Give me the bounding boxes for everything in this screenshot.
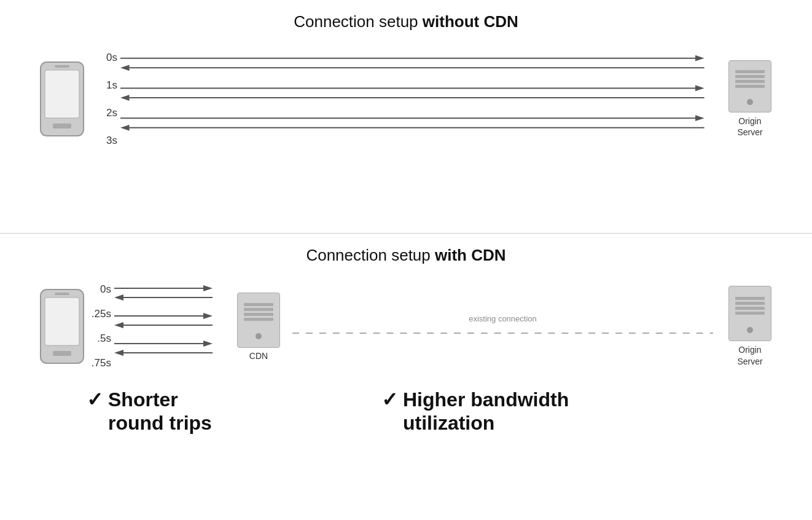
origin-server-bottom-dot <box>747 327 753 333</box>
cdn-server-box <box>237 293 280 348</box>
phone-icon <box>37 59 87 139</box>
server-line <box>735 297 765 300</box>
phone-icon-bottom <box>37 286 87 366</box>
server-line <box>735 85 765 88</box>
dotted-line-svg <box>292 327 713 339</box>
svg-rect-17 <box>45 297 79 345</box>
cdn-label: CDN <box>249 351 268 361</box>
top-arrows-svg <box>120 44 719 154</box>
svg-marker-11 <box>120 95 130 101</box>
origin-server-bottom: OriginServer <box>725 286 775 366</box>
svg-marker-9 <box>695 85 705 92</box>
time-3s-top: 3s <box>93 135 117 147</box>
bottom-title-bold: with CDN <box>435 246 506 264</box>
top-title: Connection setup without CDN <box>294 12 518 31</box>
benefit-bandwidth-text: Higher bandwidthutilization <box>403 388 569 435</box>
top-title-bold: without CDN <box>423 12 518 31</box>
server-line <box>735 70 765 73</box>
svg-rect-3 <box>55 65 69 68</box>
svg-marker-27 <box>114 322 123 328</box>
bottom-title-normal: Connection setup <box>306 246 435 264</box>
check-bandwidth: ✓ <box>381 388 398 411</box>
cdn-left-group: 0s .25s .5s .75s <box>87 277 280 376</box>
server-lines-top <box>732 68 768 90</box>
top-diagram: 0s 1s 2s 3s <box>37 44 775 154</box>
server-line <box>735 80 765 83</box>
svg-marker-29 <box>203 341 213 347</box>
time-25s-bottom: .25s <box>87 308 111 320</box>
server-line <box>244 303 273 306</box>
top-arrows-container: 0s 1s 2s 3s <box>87 44 725 154</box>
server-box-top <box>728 60 771 112</box>
main-container: Connection setup without CDN <box>0 0 812 520</box>
server-box-bottom <box>728 286 771 341</box>
bottom-diagram-row: 0s .25s .5s .75s <box>37 277 775 376</box>
cdn-server-wrapper: CDN <box>237 293 280 361</box>
cdn-server-dot <box>256 333 262 339</box>
time-0s-bottom: 0s <box>87 283 111 296</box>
time-2s-top: 2s <box>93 107 117 119</box>
check-shorter: ✓ <box>87 388 103 411</box>
server-line <box>244 318 273 321</box>
svg-marker-25 <box>203 313 213 319</box>
time-5s-bottom: .5s <box>87 333 111 345</box>
server-line <box>735 302 765 305</box>
cdn-server-lines <box>240 301 277 323</box>
dotted-line-area: existing connection <box>280 314 725 339</box>
existing-connection-label: existing connection <box>469 314 537 323</box>
server-dot-top <box>747 99 753 105</box>
time-0s-top: 0s <box>93 52 117 64</box>
section-without-cdn: Connection setup without CDN <box>0 0 812 234</box>
bottom-time-labels: 0s .25s .5s .75s <box>87 277 111 376</box>
svg-rect-1 <box>45 70 79 118</box>
server-line <box>735 312 765 315</box>
benefit-shorter-text: Shorterround trips <box>108 388 212 435</box>
time-75s-bottom: .75s <box>87 357 111 369</box>
section-with-cdn: Connection setup with CDN 0s .25s <box>0 234 812 520</box>
bottom-title: Connection setup with CDN <box>306 246 506 265</box>
svg-marker-7 <box>120 65 130 71</box>
origin-server-bottom-lines <box>732 294 768 317</box>
origin-server-top-label: OriginServer <box>737 116 762 138</box>
benefit-shorter-trips: ✓ Shorterround trips <box>37 388 345 435</box>
svg-marker-21 <box>203 285 213 291</box>
server-line <box>735 75 765 78</box>
bottom-arrows-area: 0s .25s .5s .75s <box>87 277 775 376</box>
top-title-normal: Connection setup <box>294 12 423 31</box>
origin-server-top: OriginServer <box>725 60 775 138</box>
server-line <box>735 307 765 310</box>
short-arrows-svg <box>114 277 237 376</box>
benefit-bandwidth: ✓ Higher bandwidthutilization <box>345 388 775 435</box>
svg-marker-31 <box>114 350 123 356</box>
top-timeline: 0s 1s 2s 3s <box>93 44 719 154</box>
svg-rect-2 <box>53 124 71 128</box>
benefits-row: ✓ Shorterround trips ✓ Higher bandwidthu… <box>37 388 775 435</box>
server-line <box>244 308 273 311</box>
time-1s-top: 1s <box>93 79 117 92</box>
svg-marker-23 <box>114 294 123 301</box>
svg-rect-19 <box>55 293 69 295</box>
svg-marker-5 <box>695 55 705 61</box>
top-time-labels: 0s 1s 2s 3s <box>93 44 117 154</box>
server-line <box>244 313 273 316</box>
origin-server-bottom-label: OriginServer <box>737 344 762 366</box>
svg-marker-13 <box>695 115 705 121</box>
svg-marker-15 <box>120 125 130 131</box>
svg-rect-18 <box>53 351 71 356</box>
